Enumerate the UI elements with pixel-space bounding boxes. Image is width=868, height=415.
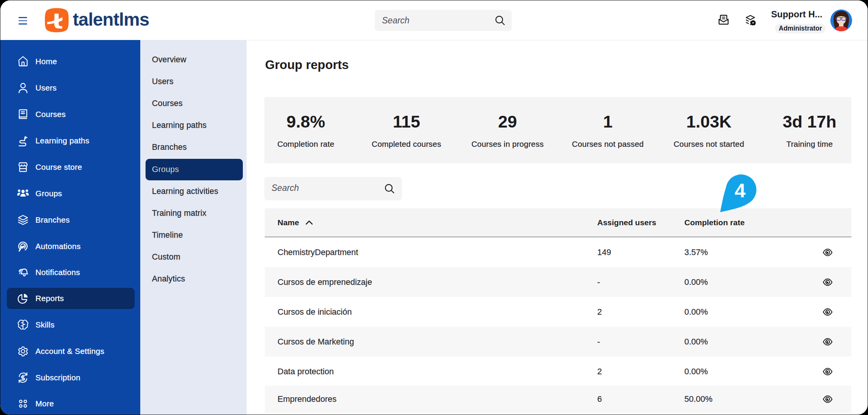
svg-text:4: 4 — [735, 180, 746, 201]
